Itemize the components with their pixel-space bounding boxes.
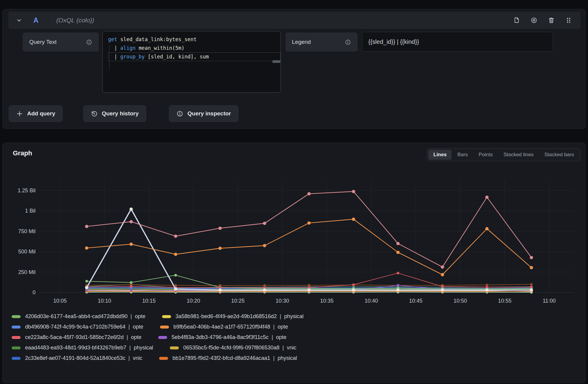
tab-lines[interactable]: Lines	[428, 150, 452, 160]
query-history-button[interactable]: Query history	[83, 105, 146, 122]
svg-text:10:25: 10:25	[231, 298, 244, 304]
legend-swatch	[12, 357, 21, 360]
graph-title: Graph	[13, 149, 32, 157]
info-icon	[176, 110, 183, 117]
legend-swatch	[160, 326, 169, 329]
svg-text:10:35: 10:35	[320, 298, 333, 304]
legend-item[interactable]: bb1e7895-f9d2-43f2-bfcd-d8a9246acaa1|phy…	[159, 355, 297, 361]
add-query-button[interactable]: Add query	[9, 105, 63, 122]
query-header-bar: A (OxQL (colo))	[8, 12, 581, 29]
svg-text:750 Mil: 750 Mil	[18, 228, 36, 234]
editor-scrollbar[interactable]	[273, 60, 280, 63]
svg-text:10:10: 10:10	[98, 298, 111, 304]
svg-text:500 Mil: 500 Mil	[18, 249, 36, 255]
chevron-down-icon[interactable]	[16, 17, 23, 24]
trash-icon[interactable]	[548, 17, 555, 24]
duplicate-query-icon[interactable]	[513, 17, 520, 24]
legend-swatch	[159, 357, 168, 360]
svg-text:0: 0	[33, 289, 36, 295]
svg-text:10:15: 10:15	[142, 298, 156, 304]
query-editor-panel: A (OxQL (colo)) Query Text get sled_data…	[2, 9, 586, 129]
legend-item[interactable]: eaad4483-ea93-48d1-99d3-bf43267b9eb7|phy…	[12, 345, 153, 351]
tab-points[interactable]: Points	[473, 150, 498, 160]
legend-item[interactable]: b9fb5ea0-406b-4ae2-a1f7-657120f94f48|opt…	[160, 324, 288, 330]
legend-item[interactable]: 5eb4f83a-3db3-4796-a46a-8ac9f3f11c5c|opt…	[158, 334, 287, 340]
svg-text:1.25 Bil: 1.25 Bil	[18, 188, 36, 193]
query-letter: A	[33, 16, 39, 24]
query-text-label: Query Text	[23, 32, 99, 52]
legend-item[interactable]: 4206d03e-6177-4ea5-abb4-cad472dbdd90|opt…	[12, 313, 145, 320]
query-type-label: (OxQL (colo))	[56, 17, 94, 24]
code-line[interactable]: | align mean_within(5m)	[108, 44, 281, 52]
legend-swatch	[12, 326, 21, 329]
info-icon[interactable]	[86, 39, 92, 45]
indent-guide	[109, 44, 110, 70]
legend-swatch	[170, 346, 179, 349]
legend-item[interactable]: 06535bc5-f5de-4cfd-99f6-097f806530a8|vni…	[170, 345, 296, 351]
info-icon[interactable]	[345, 39, 351, 45]
chart-type-tabs: LinesBarsPointsStacked linesStacked bars	[427, 148, 581, 161]
legend-item[interactable]: db496908-742f-4c99-9c4a-c7102b759e64|opt…	[12, 324, 143, 330]
svg-text:10:20: 10:20	[187, 298, 200, 304]
tab-stacked-lines[interactable]: Stacked lines	[498, 150, 539, 160]
legend-item[interactable]: ce223a8c-5aca-45f7-93d1-585bc72e6f2d|opt…	[12, 334, 141, 340]
chart-legend: 4206d03e-6177-4ea5-abb4-cad472dbdd90|opt…	[12, 313, 304, 361]
legend-format-input[interactable]: {{sled_id}} | {{kind}}	[362, 32, 553, 52]
legend-swatch	[12, 315, 21, 318]
graph-panel: Graph LinesBarsPointsStacked linesStacke…	[2, 143, 586, 383]
legend-swatch	[12, 346, 21, 349]
svg-text:1 Bil: 1 Bil	[25, 208, 36, 214]
history-icon	[91, 110, 98, 117]
svg-text:10:50: 10:50	[453, 298, 467, 304]
eye-icon[interactable]	[530, 17, 538, 24]
tab-stacked-bars[interactable]: Stacked bars	[539, 150, 579, 160]
svg-text:10:05: 10:05	[53, 298, 67, 304]
query-inspector-button[interactable]: Query inspector	[169, 105, 238, 122]
oxql-code-editor[interactable]: get sled_data_link:bytes_sent | align me…	[102, 31, 281, 93]
legend-item[interactable]: 3a58b981-bed6-4f49-ae2d-49b1d68516d2|phy…	[162, 313, 304, 320]
legend-swatch	[12, 336, 21, 339]
svg-text:10:45: 10:45	[409, 298, 422, 304]
line-chart[interactable]: 0250 Mil500 Mil750 Mil1 Bil1.25 Bil10:05…	[9, 179, 578, 310]
svg-text:11:00: 11:00	[543, 298, 556, 304]
svg-text:10:30: 10:30	[275, 298, 289, 304]
code-line[interactable]: | group_by [sled_id, kind], sum	[108, 52, 281, 61]
legend-label: Legend	[285, 32, 358, 52]
svg-text:10:55: 10:55	[498, 298, 511, 304]
tab-bars[interactable]: Bars	[452, 150, 473, 160]
svg-text:250 Mil: 250 Mil	[18, 269, 36, 275]
legend-item[interactable]: 2c33e8ef-ae07-4191-804d-52a1840ce53c|vni…	[12, 355, 142, 361]
legend-swatch	[162, 315, 171, 318]
drag-handle-icon[interactable]	[565, 17, 572, 24]
legend-swatch	[158, 336, 167, 339]
query-actions	[513, 17, 572, 24]
plus-icon	[16, 110, 23, 117]
code-line[interactable]: get sled_data_link:bytes_sent	[108, 35, 281, 44]
svg-text:10:40: 10:40	[364, 298, 378, 304]
